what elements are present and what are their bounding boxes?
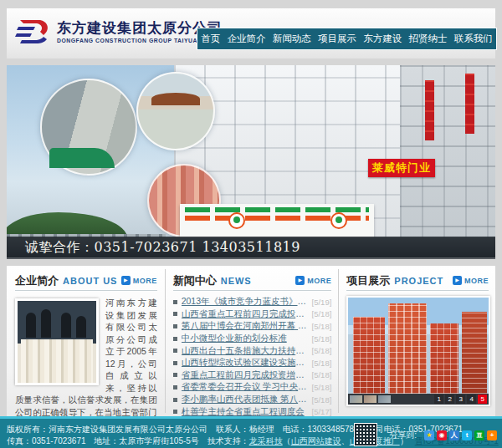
bullet-icon — [173, 385, 177, 389]
qr-code — [354, 423, 377, 446]
news-row: 山西省重点工程前四月完成投资增长逾九成[5/18] — [173, 308, 332, 321]
news-link[interactable]: 山西省重点工程前四月完成投资增长逾九成 — [182, 308, 309, 320]
footer-support-link[interactable]: 龙采科技 — [249, 436, 283, 445]
news-row: 杜善学主持全省重点工程调度会[5/17] — [173, 405, 332, 416]
nav-item-dongfang[interactable]: 东方建设 — [363, 33, 402, 45]
news-link[interactable]: 省重点工程前四月完成投资增长逾九成 — [182, 369, 309, 381]
news-link[interactable]: 李小鹏率山西代表团抵豫 第八届中博会要省 — [182, 394, 309, 405]
photo-person — [76, 316, 86, 338]
news-link[interactable]: 杜善学主持全省重点工程调度会 — [182, 406, 309, 416]
project-tower — [388, 303, 427, 394]
photo-building-model — [21, 339, 93, 383]
project-tower — [353, 317, 385, 394]
carousel-page-3[interactable]: 3 — [456, 395, 465, 404]
nav-item-home[interactable]: 首页 — [201, 33, 220, 45]
news-row: 第八届中博会在河南郑州开幕 汪洋视察山西[5/18] — [173, 320, 332, 333]
carousel-page-4[interactable]: 4 — [467, 395, 476, 404]
storefront-logo-icon — [228, 212, 245, 229]
project-tower — [462, 312, 487, 394]
more-arrow-icon: ▶ — [295, 276, 305, 285]
main-nav: 首页 企业简介 新闻动态 项目展示 东方建设 招贤纳士 联系我们 — [197, 28, 497, 50]
about-section: 企业简介 ABOUT US ▶ MORE 河南东方建设集团发展有限公司太原分公司… — [7, 266, 165, 416]
more-label: MORE — [464, 277, 489, 285]
nav-item-news[interactable]: 新闻动态 — [273, 33, 311, 45]
news-row: 山西出台十五条措施大力扶持中小微企业发展[5/18] — [173, 344, 332, 357]
bullet-icon — [173, 312, 177, 316]
news-row: 2013年《城市竞争力蓝皮书》发布会[5/19] — [173, 296, 332, 308]
share-bar: 分享到: ★ ◉ 人 t 豆 + — [389, 430, 497, 441]
project-more-button[interactable]: ▶ MORE — [453, 276, 489, 285]
more-arrow-icon: ▶ — [453, 276, 462, 285]
news-date: [5/18] — [312, 322, 332, 331]
nav-item-projects[interactable]: 项目展示 — [318, 33, 356, 45]
storefront-logo-icon — [330, 212, 347, 229]
news-date: [5/18] — [312, 359, 332, 368]
news-row: 李小鹏率山西代表团抵豫 第八届中博会要省[5/18] — [173, 394, 332, 406]
carousel-thumbnail[interactable] — [350, 395, 362, 403]
news-link[interactable]: 省委常委会召开会议 学习中央关于在全党深 — [182, 381, 309, 393]
news-link[interactable]: 2013年《城市竞争力蓝皮书》发布会 — [182, 296, 309, 308]
sina-weibo-icon[interactable]: ◉ — [437, 430, 447, 440]
banner-photo-circle-2 — [136, 72, 215, 150]
carousel-thumbnail[interactable] — [378, 395, 391, 403]
news-date: [5/18] — [312, 334, 332, 344]
carousel-strip: 1 2 3 4 5 — [348, 394, 489, 405]
news-date: [5/19] — [312, 298, 332, 307]
banner-red-banner-strip — [465, 74, 474, 134]
douban-icon[interactable]: 豆 — [474, 430, 484, 440]
footer-paren: （ — [283, 436, 291, 445]
bullet-icon — [173, 373, 177, 377]
news-link[interactable]: 中小微型企业新的划分标准 — [182, 333, 309, 344]
more-arrow-icon: ▶ — [121, 276, 131, 285]
about-header: 企业简介 ABOUT US ▶ MORE — [15, 271, 157, 291]
banner-red-banner-strip — [425, 80, 434, 140]
renren-icon[interactable]: 人 — [449, 430, 459, 440]
share-more-icon[interactable]: + — [487, 430, 497, 440]
footer-address: 地址：太原市学府街105-5号 — [94, 436, 199, 445]
news-date: [5/18] — [312, 309, 332, 318]
news-date: [5/18] — [312, 395, 332, 405]
news-date: [5/17] — [312, 407, 332, 416]
storefront-awning — [180, 204, 374, 237]
news-link[interactable]: 山西转型综改试验区建设实施方案和行动计划 — [182, 357, 309, 369]
footer: 版权所有：河南东方建设集团发展有限公司太原分公司 联系人：杨经理 电话：1303… — [0, 416, 502, 448]
qzone-icon[interactable]: ★ — [424, 430, 434, 440]
news-date: [5/18] — [312, 346, 332, 355]
bullet-icon — [173, 349, 177, 353]
share-label: 分享到: — [389, 430, 417, 441]
about-photo[interactable] — [15, 298, 99, 385]
news-link[interactable]: 山西出台十五条措施大力扶持中小微企业发展 — [182, 345, 309, 357]
carousel-pagination: 1 2 3 4 5 — [433, 395, 487, 404]
carousel-page-1[interactable]: 1 — [434, 395, 443, 404]
news-title-en: NEWS — [221, 276, 252, 286]
tencent-weibo-icon[interactable]: t — [462, 430, 472, 440]
project-carousel-image[interactable]: 1 2 3 4 5 — [346, 296, 490, 406]
awning-stripe-green — [185, 207, 369, 212]
nav-item-jobs[interactable]: 招贤纳士 — [409, 33, 448, 45]
logo-mark-icon — [15, 17, 52, 47]
about-more-button[interactable]: ▶ MORE — [121, 276, 157, 285]
footer-support-link2[interactable]: 山西网站建设 — [291, 436, 341, 445]
news-list: 2013年《城市竞争力蓝皮书》发布会[5/19] 山西省重点工程前四月完成投资增… — [173, 296, 332, 416]
news-more-button[interactable]: ▶ MORE — [295, 276, 331, 285]
news-link[interactable]: 第八届中博会在河南郑州开幕 汪洋视察山西 — [182, 320, 309, 332]
header: 东方建设集团太原分公司 DONGFANG CONSTRUCTION GROUP … — [7, 8, 495, 59]
footer-contact: 联系人：杨经理 — [216, 425, 274, 434]
news-row: 省委常委会召开会议 学习中央关于在全党深[5/18] — [173, 381, 332, 394]
photo-person — [41, 309, 51, 338]
project-header: 项目展示 PROJECT ▶ MORE — [346, 271, 489, 291]
footer-copyright: 版权所有：河南东方建设集团发展有限公司太原分公司 — [7, 425, 207, 434]
hero-banner: 莱威特门业 诚挚合作：0351-7023671 13403511819 — [7, 65, 495, 259]
bullet-icon — [173, 300, 177, 304]
bullet-icon — [173, 398, 177, 402]
news-header: 新闻中心 NEWS ▶ MORE — [173, 271, 332, 291]
carousel-page-5-active[interactable]: 5 — [478, 395, 487, 404]
bullet-icon — [173, 361, 177, 365]
carousel-page-2[interactable]: 2 — [445, 395, 454, 404]
bullet-icon — [173, 324, 177, 328]
nav-item-contact[interactable]: 联系我们 — [454, 33, 493, 45]
news-row: 山西转型综改试验区建设实施方案和行动计划[5/18] — [173, 357, 332, 369]
carousel-thumbnail[interactable] — [364, 395, 376, 403]
nav-item-about[interactable]: 企业简介 — [227, 33, 265, 45]
news-date: [5/18] — [312, 383, 332, 392]
